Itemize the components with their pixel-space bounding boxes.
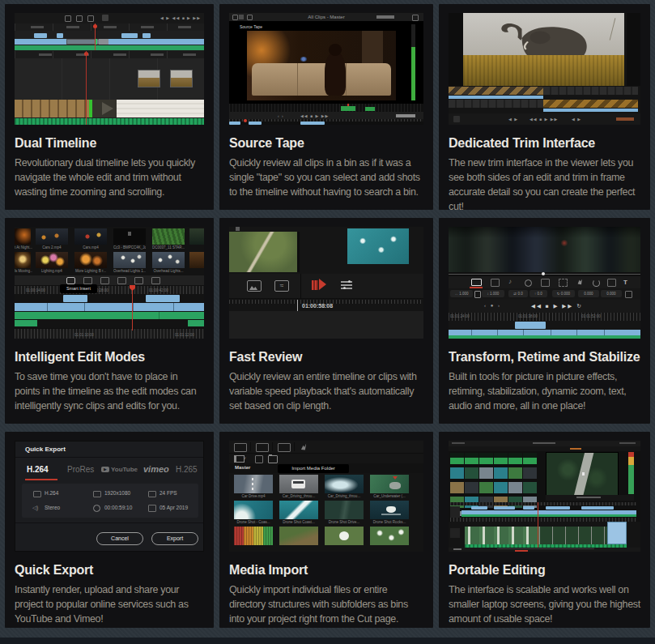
duration-value: 00:00:59:10 xyxy=(104,505,132,510)
ruler-timecode: 01:01:12:00 xyxy=(175,333,194,337)
fast-review-icon-bars xyxy=(312,280,318,290)
clip-name: Drone Shot Rocks... xyxy=(370,520,409,524)
review-timecode: 01:00:58:08 xyxy=(302,303,333,309)
audio-clip xyxy=(188,320,204,326)
upper-timeline-ruler xyxy=(15,23,204,31)
upper-mini-ruler xyxy=(450,502,636,505)
timecode-mark xyxy=(66,26,79,28)
incoming-trim-bar xyxy=(543,109,638,112)
mini-playhead xyxy=(244,119,247,122)
clip-thumbnail-elephant xyxy=(170,70,193,87)
active-mode-indicator xyxy=(570,448,581,450)
flip-icon xyxy=(625,291,632,298)
tools-toolbar: ♪ T xyxy=(449,276,640,288)
toolbar-divider xyxy=(250,442,251,451)
card-title: Fast Review xyxy=(229,350,423,365)
clip-name: Drone Shot Drive... xyxy=(325,520,364,524)
tool-icon xyxy=(65,15,71,22)
place-on-top-icon xyxy=(134,277,143,284)
cushion-seam xyxy=(346,63,347,96)
viewer: Source Tape xyxy=(229,21,423,104)
transport-controls: ◀ ▶ ◀◀ ■ ▶ ▶▶ xyxy=(160,15,201,20)
import-file-icon xyxy=(255,455,263,463)
media-thumb-coast xyxy=(234,501,273,519)
rock xyxy=(389,482,401,489)
playback-settings-icon xyxy=(341,280,354,290)
media-import-screenshot: v Master Import Media Folder xyxy=(229,441,423,552)
clip-name: DC0037_11 STAR... xyxy=(152,245,185,249)
import-media-folder-tooltip: Import Media Folder xyxy=(278,464,349,473)
card-title: Intelligent Edit Modes xyxy=(15,350,204,365)
clip-divider xyxy=(84,303,85,311)
clip-divider xyxy=(523,330,524,335)
card-description: The interface is scalable and works well… xyxy=(449,582,640,626)
clip-name: Drone Shot Coast... xyxy=(279,520,318,524)
stabilize-icon xyxy=(559,279,568,287)
youtube-icon: ▶ xyxy=(101,467,109,472)
clip-name: Car_Driving_throu... xyxy=(325,494,364,498)
media-thumb-foliage xyxy=(152,228,185,245)
timeline-clip xyxy=(63,295,87,302)
card-description: Quickly review all clips in a bin as if … xyxy=(229,156,423,199)
source-tape-screenshot: All Clips - Master Source Tape xyxy=(229,13,423,125)
audio-meter xyxy=(628,452,634,494)
page-icons-strip xyxy=(497,548,594,549)
media-thumb-wave xyxy=(279,501,318,519)
media-thumb-bokeh-warm xyxy=(74,252,107,268)
cancel-button: Cancel xyxy=(96,532,143,545)
media-thumb-overhead-lights xyxy=(113,252,146,268)
edit-point-highlight xyxy=(89,100,92,117)
effects-wand-icon xyxy=(300,443,308,450)
playhead xyxy=(538,502,538,548)
flower xyxy=(339,531,349,540)
playhead xyxy=(132,285,133,331)
review-ruler: 01:00:58:08 xyxy=(229,298,423,312)
framerate-icon xyxy=(148,491,156,497)
media-thumb-van xyxy=(279,475,318,493)
audio-thumb xyxy=(494,453,508,464)
timeline-clip xyxy=(142,33,151,38)
media-thumb-flower xyxy=(325,527,364,545)
timecode-mark xyxy=(178,26,191,28)
media-thumb xyxy=(523,467,537,479)
filmstrip-forest-road xyxy=(539,527,617,544)
outgoing-filmstrip xyxy=(449,87,543,95)
viewer-letterbox-right xyxy=(627,13,640,86)
media-thumb xyxy=(479,467,493,479)
clip-divider xyxy=(497,330,498,335)
lower-playhead xyxy=(86,51,87,125)
feature-grid-page: ◀ ▶ ◀◀ ■ ▶ ▶▶ xyxy=(0,0,655,644)
clip-divider xyxy=(604,330,605,335)
road-line xyxy=(252,478,253,491)
smart-insert-tooltip: Smart Insert xyxy=(60,284,97,293)
transform-crop-icon xyxy=(471,279,482,286)
picture-icon-mountains xyxy=(249,286,257,290)
waveform-green xyxy=(341,106,355,111)
timeline-ruler: 01:01:24:00 01:01:38:00 01:01:52:00 xyxy=(449,313,640,321)
timeline-workspace xyxy=(15,58,204,100)
audio-track xyxy=(449,335,640,339)
review-toolbar: ≈ xyxy=(229,274,423,298)
audio-meter-track xyxy=(411,24,415,100)
quick-export-dialog: Quick Export H.264 ProRes ▶ YouTube vime… xyxy=(15,441,204,552)
dual-timeline-screenshot: ◀ ▶ ◀◀ ■ ▶ ▶▶ xyxy=(15,13,204,125)
track-header xyxy=(450,528,460,538)
active-tab-underline xyxy=(25,479,57,480)
transition-mark xyxy=(102,102,113,115)
yaw-field: 0.000 xyxy=(601,290,622,297)
text-tool-icon: T xyxy=(623,279,627,286)
viewer-forest-road xyxy=(546,452,619,496)
video-track xyxy=(449,330,640,335)
sub-toolbar xyxy=(449,446,640,451)
clip-divider xyxy=(47,303,48,311)
boring-detector-icon xyxy=(102,15,108,21)
tape-playhead xyxy=(347,104,349,106)
card-description: Quickly review an entire timeline or cli… xyxy=(229,369,423,413)
fullscreen-icon xyxy=(412,15,419,21)
media-thumb-river xyxy=(279,527,318,545)
preset-tabs: H.264 ProRes ▶ YouTube vimeo H.265 xyxy=(15,458,203,481)
timeline-clip xyxy=(121,33,138,38)
chevron-down-icon: v xyxy=(244,455,246,460)
timeline-ruler: 01:00:14:00 01:00:28:00 01:00:42:00 xyxy=(15,285,204,294)
tape-waveform-strip xyxy=(229,104,423,112)
